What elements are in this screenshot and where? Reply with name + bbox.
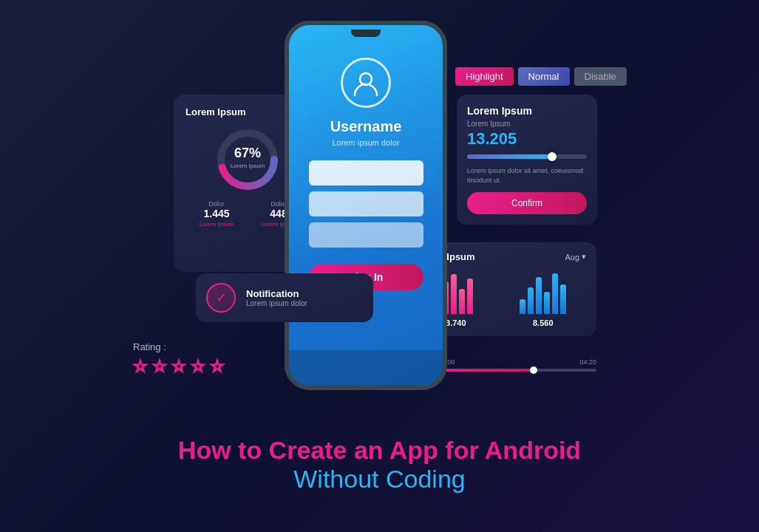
stat1-tag: Lorem Ipsum xyxy=(200,221,234,228)
headline-accent-text: App for Android xyxy=(389,436,581,464)
chart-month-label: Aug xyxy=(565,253,579,262)
audio-time-end: 04:20 xyxy=(579,358,596,366)
audio-progress-bar[interactable] xyxy=(438,369,596,372)
value-card-title: Lorem Ipsum xyxy=(467,105,587,117)
star-1[interactable]: ☆ xyxy=(133,357,148,376)
stat1-value: 1.445 xyxy=(200,208,234,219)
value-card-subtitle: Lorem Ipsum xyxy=(467,120,587,128)
star-3[interactable]: ☆ xyxy=(171,357,186,376)
audio-track: 00:00 04:20 xyxy=(438,358,596,372)
confirm-button[interactable]: Confirm xyxy=(467,192,587,214)
star-5[interactable]: ☆ xyxy=(210,357,225,376)
slider-track[interactable] xyxy=(467,154,587,159)
value-card: Lorem Ipsum Lorem Ipsum 13.205 Lorem ips… xyxy=(457,95,597,225)
slider-thumb[interactable] xyxy=(548,152,557,161)
disable-button[interactable]: Disable xyxy=(574,67,627,86)
phone-input-2[interactable] xyxy=(309,191,423,216)
phone-subtitle: Lorem ipsum dolor xyxy=(332,138,399,147)
audio-progress-fill xyxy=(438,369,533,372)
chart-month-selector[interactable]: Aug ▾ xyxy=(565,252,586,262)
stat-block-1: Dolor 1.445 Lorem Ipsum xyxy=(200,200,234,228)
bar-group-2: 8.560 xyxy=(520,270,566,327)
bar xyxy=(544,292,550,314)
phone-bottom-bar xyxy=(289,350,443,386)
bar xyxy=(467,279,473,314)
audio-progress-thumb[interactable] xyxy=(530,366,537,374)
chevron-down-icon: ▾ xyxy=(582,252,586,262)
phone-input-3[interactable] xyxy=(309,222,423,248)
star-2[interactable]: ☆ xyxy=(152,357,167,376)
bar xyxy=(528,287,534,314)
bar xyxy=(536,277,542,314)
rating-section: Rating : ☆ ☆ ☆ ☆ ☆ xyxy=(133,341,225,376)
svg-point-2 xyxy=(360,73,372,85)
value-card-number: 13.205 xyxy=(467,129,587,149)
notification-text: Notification Lorem ipsum dolor xyxy=(246,288,307,307)
notification-title: Notification xyxy=(246,288,307,299)
donut-percent: 67% xyxy=(234,146,261,160)
headline-section: How to Create an App for Android Without… xyxy=(0,436,759,494)
highlight-button[interactable]: Highlight xyxy=(455,67,514,86)
top-button-bar: Highlight Normal Disable xyxy=(455,67,627,86)
star-4[interactable]: ☆ xyxy=(191,357,205,376)
phone-mockup: Username Lorem ipsum dolor Sign In xyxy=(285,21,447,390)
bar xyxy=(459,289,465,314)
slider-fill xyxy=(467,154,551,159)
headline-plain-text: How to Create an xyxy=(178,436,389,464)
headline-line-1: How to Create an App for Android xyxy=(0,436,759,465)
phone-input-1[interactable] xyxy=(309,160,423,185)
headline-line-2: Without Coding xyxy=(0,465,759,494)
rating-label: Rating : xyxy=(133,341,225,352)
stat1-label: Dolor xyxy=(200,200,234,208)
bar xyxy=(560,284,566,314)
check-icon: ✓ xyxy=(206,283,236,313)
bars-inner-2 xyxy=(520,270,566,314)
star-rating[interactable]: ☆ ☆ ☆ ☆ ☆ xyxy=(133,357,225,376)
phone-username: Username xyxy=(330,118,402,135)
bar xyxy=(552,273,558,314)
bar xyxy=(451,274,457,314)
audio-times: 00:00 04:20 xyxy=(438,358,596,366)
chart-value-2: 8.560 xyxy=(533,318,554,327)
donut-sub-label: Lorem Ipsum xyxy=(231,163,265,169)
user-avatar-icon xyxy=(341,58,391,108)
notification-card: ✓ Notification Lorem ipsum dolor xyxy=(196,273,373,322)
notification-subtitle: Lorem ipsum dolor xyxy=(246,299,307,307)
value-card-desc: Lorem ipsum dolor sit amet, coeuismod ti… xyxy=(467,166,587,185)
bar xyxy=(520,299,525,314)
normal-button[interactable]: Normal xyxy=(518,67,570,86)
phone-notch xyxy=(351,30,381,37)
